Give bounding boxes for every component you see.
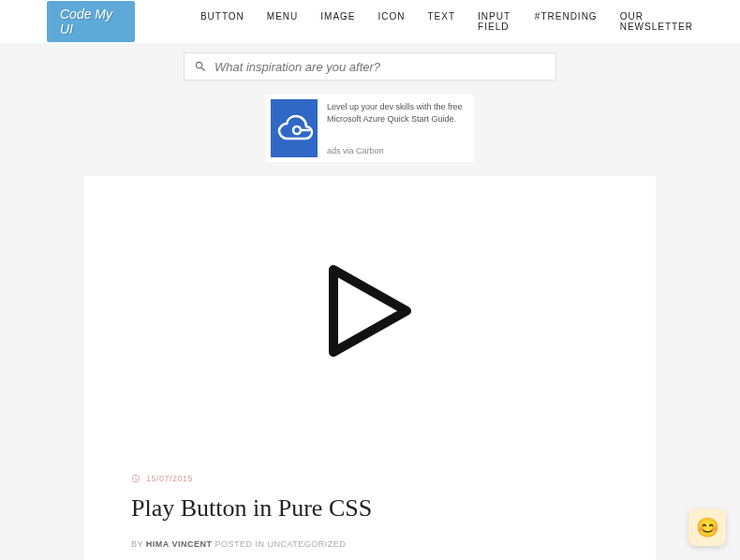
cloud-icon [271,111,318,145]
nav-icon[interactable]: ICON [378,11,406,32]
smile-icon: 😊 [696,516,719,538]
nav-trending[interactable]: #TRENDING [535,11,598,32]
chat-widget[interactable]: 😊 [688,508,726,546]
nav-newsletter[interactable]: OUR NEWSLETTER [620,11,693,32]
clock-icon [131,474,141,483]
meta-date: 15/07/2015 [131,474,609,483]
author-link[interactable]: HIMA VINCENT [146,539,213,549]
article-date[interactable]: 15/07/2015 [146,474,193,483]
article: 15/07/2015 Play Button in Pure CSS BY HI… [84,176,656,560]
logo[interactable]: Code My UI [47,1,135,42]
posted-in: POSTED IN UNCATEGORIZED [213,539,347,549]
play-icon [326,262,414,360]
nav-menu[interactable]: MENU [267,11,298,32]
ad-text: Level up your dev skills with the free M… [327,99,469,157]
featured-image [226,195,514,427]
search-container [0,43,740,90]
ad-box[interactable]: Level up your dev skills with the free M… [266,95,474,162]
nav-input-field[interactable]: INPUT FIELD [478,11,512,32]
search-box[interactable] [184,52,556,81]
ad-container: Level up your dev skills with the free M… [0,90,740,176]
ad-via: ads via Carbon [327,145,469,157]
svg-point-0 [293,126,301,134]
by-label: BY [131,539,146,549]
search-input[interactable] [215,60,546,74]
nav-text[interactable]: TEXT [428,11,456,32]
byline: BY HIMA VINCENT POSTED IN UNCATEGORIZED [131,539,609,549]
nav-button[interactable]: BUTTON [200,11,244,32]
article-title: Play Button in Pure CSS [131,494,609,523]
search-icon [194,60,207,73]
nav: BUTTON MENU IMAGE ICON TEXT INPUT FIELD … [200,11,693,32]
ad-image [271,99,318,157]
ad-copy: Level up your dev skills with the free M… [327,101,469,125]
nav-image[interactable]: IMAGE [320,11,355,32]
header: Code My UI BUTTON MENU IMAGE ICON TEXT I… [0,0,740,43]
